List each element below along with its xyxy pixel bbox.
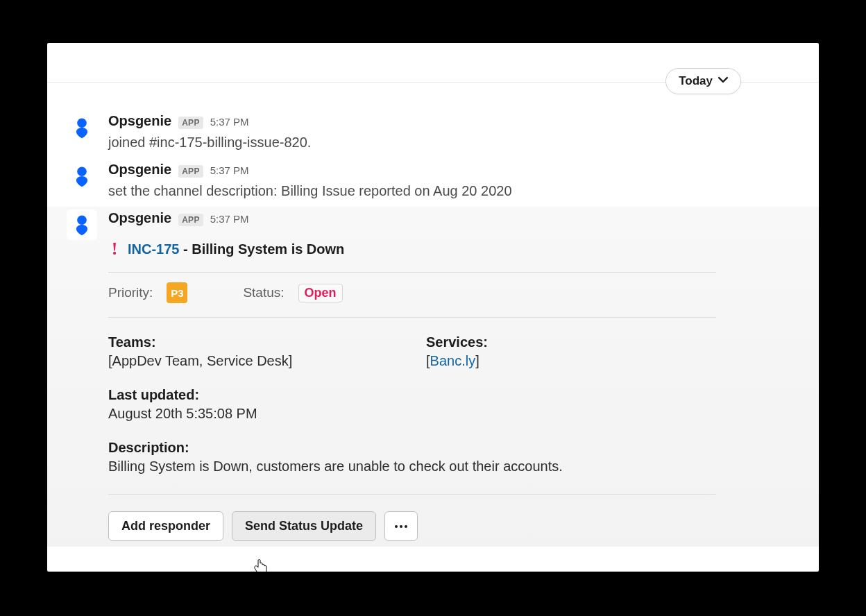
ellipsis-icon xyxy=(395,525,407,528)
field-teams: Teams: [AppDev Team, Service Desk] xyxy=(108,334,398,369)
field-services: Services: [Banc.ly] xyxy=(426,334,716,369)
card-divider xyxy=(108,317,716,318)
field-label: Description: xyxy=(108,440,716,456)
status-badge: Open xyxy=(298,284,343,302)
field-value: [AppDev Team, Service Desk] xyxy=(108,353,398,369)
field-value: August 20th 5:35:08 PM xyxy=(108,406,716,422)
app-badge: APP xyxy=(178,165,203,178)
priority-badge: P3 xyxy=(167,282,187,303)
incident-fields: Teams: [AppDev Team, Service Desk] Servi… xyxy=(108,334,716,474)
sender-name[interactable]: Opsgenie xyxy=(108,208,171,228)
avatar[interactable] xyxy=(67,209,97,240)
incident-link[interactable]: INC-175 xyxy=(128,241,179,257)
sender-name[interactable]: Opsgenie xyxy=(108,111,171,130)
message-content: Opsgenie APP 5:37 PM ! INC-175 - Billing… xyxy=(108,208,799,541)
app-badge: APP xyxy=(178,117,203,129)
message-content: Opsgenie APP 5:37 PM joined #inc-175-bil… xyxy=(108,111,799,153)
svg-point-0 xyxy=(77,118,87,128)
message-header: Opsgenie APP 5:37 PM xyxy=(108,208,799,228)
incident-card: ! INC-175 - Billing System is Down Prior… xyxy=(108,240,799,541)
timestamp[interactable]: 5:37 PM xyxy=(210,163,249,178)
pointer-cursor-icon xyxy=(253,559,267,572)
avatar-gutter xyxy=(67,111,100,153)
opsgenie-icon xyxy=(70,164,94,188)
message: Opsgenie APP 5:37 PM joined #inc-175-bil… xyxy=(47,110,819,158)
incident-title: ! INC-175 - Billing System is Down xyxy=(108,240,716,258)
service-link[interactable]: Banc.ly xyxy=(430,353,476,368)
message: Opsgenie APP 5:37 PM ! INC-175 - Billing… xyxy=(47,207,819,547)
svg-point-1 xyxy=(77,166,87,176)
field-last-updated: Last updated: August 20th 5:35:08 PM xyxy=(108,387,716,422)
card-divider xyxy=(108,272,716,273)
sender-name[interactable]: Opsgenie xyxy=(108,160,171,179)
message-body: set the channel description: Billing Iss… xyxy=(108,180,799,201)
field-label: Teams: xyxy=(108,334,398,350)
incident-actions: Add responder Send Status Update xyxy=(108,511,716,541)
timestamp[interactable]: 5:37 PM xyxy=(210,212,249,226)
chevron-down-icon xyxy=(718,74,728,88)
avatar-gutter xyxy=(67,160,100,201)
slack-message-pane: Today Opsgenie APP 5:37 PM xyxy=(47,43,819,572)
message: Opsgenie APP 5:37 PM set the channel des… xyxy=(47,158,819,207)
message-content: Opsgenie APP 5:37 PM set the channel des… xyxy=(108,160,799,201)
more-actions-button[interactable] xyxy=(384,511,418,541)
message-header: Opsgenie APP 5:37 PM xyxy=(108,160,799,179)
field-label: Last updated: xyxy=(108,387,716,403)
field-description: Description: Billing System is Down, cus… xyxy=(108,440,716,474)
field-label: Services: xyxy=(426,334,716,350)
opsgenie-icon xyxy=(70,116,94,139)
app-badge: APP xyxy=(178,214,203,226)
alert-icon: ! xyxy=(108,240,121,258)
incident-title-suffix: - Billing System is Down xyxy=(179,241,344,257)
opsgenie-icon xyxy=(70,213,94,237)
add-responder-button[interactable]: Add responder xyxy=(108,511,223,541)
message-body: joined #inc-175-billing-issue-820. xyxy=(108,132,799,153)
card-divider xyxy=(108,494,716,495)
message-header: Opsgenie APP 5:37 PM xyxy=(108,111,799,130)
priority-status-row: Priority: P3 Status: Open xyxy=(108,282,716,303)
priority-label: Priority: xyxy=(108,285,153,300)
field-value: Billing System is Down, customers are un… xyxy=(108,459,716,474)
svg-point-2 xyxy=(77,215,87,225)
message-list: Opsgenie APP 5:37 PM joined #inc-175-bil… xyxy=(47,110,819,547)
avatar[interactable] xyxy=(67,112,97,143)
avatar-gutter xyxy=(67,208,100,541)
field-value: [Banc.ly] xyxy=(426,353,716,369)
date-separator-pill[interactable]: Today xyxy=(665,68,741,94)
status-label: Status: xyxy=(243,285,284,300)
date-separator-label: Today xyxy=(679,74,713,88)
avatar[interactable] xyxy=(67,161,97,191)
send-status-update-button[interactable]: Send Status Update xyxy=(232,511,376,541)
timestamp[interactable]: 5:37 PM xyxy=(210,114,249,129)
